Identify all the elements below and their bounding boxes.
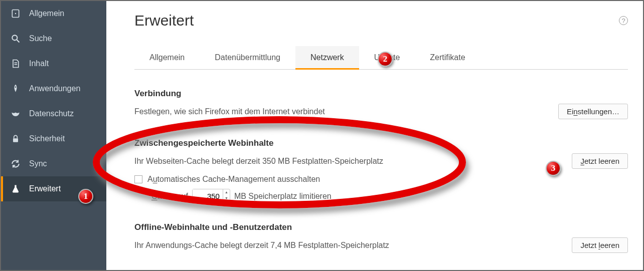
sidebar-item-label: Sync — [29, 159, 47, 168]
flask-icon — [10, 183, 21, 194]
search-icon — [10, 33, 21, 44]
sidebar-item-label: Erweitert — [29, 184, 61, 193]
document-icon — [10, 58, 21, 69]
svg-point-6 — [15, 86, 17, 88]
offline-desc: Ihr Anwendungs-Cache belegt derzeit 7,4 … — [134, 241, 389, 250]
cache-size-stepper[interactable]: ▲▼ — [192, 189, 230, 203]
sidebar-item-label: Allgemein — [29, 9, 64, 18]
tab-update[interactable]: Update — [359, 46, 415, 69]
page-title: Erweitert — [134, 12, 194, 29]
lock-icon — [10, 133, 21, 144]
sidebar-item-privacy[interactable]: Datenschutz — [1, 101, 106, 126]
sidebar-item-label: Datenschutz — [29, 109, 74, 118]
sidebar-item-apps[interactable]: Anwendungen — [1, 76, 106, 101]
mask-icon — [10, 108, 21, 119]
svg-point-2 — [12, 35, 17, 40]
cached-desc: Ihr Webseiten-Cache belegt derzeit 350 M… — [134, 157, 383, 166]
sidebar: Allgemein Suche Inhalt Anwendungen Daten… — [1, 1, 106, 270]
connection-title: Verbindung — [134, 89, 628, 99]
cached-content-section: Zwischengespeicherte Webinhalte Ihr Webs… — [134, 138, 628, 203]
main-panel: Erweitert ? Allgemein Datenübermittlung … — [106, 1, 643, 270]
help-icon[interactable]: ? — [619, 16, 628, 25]
sidebar-item-label: Inhalt — [29, 59, 49, 68]
spin-down-icon[interactable]: ▼ — [223, 195, 230, 201]
clear-offline-button[interactable]: Jetzt leeren — [572, 237, 628, 253]
sidebar-item-label: Sicherheit — [29, 134, 65, 143]
connection-section: Verbindung Festlegen, wie sich Firefox m… — [134, 89, 628, 119]
sidebar-item-label: Anwendungen — [29, 84, 80, 93]
general-icon — [10, 8, 21, 19]
cache-limit-prefix: Cache auf — [151, 192, 188, 201]
sidebar-item-security[interactable]: Sicherheit — [1, 126, 106, 151]
sidebar-item-advanced[interactable]: Erweitert — [1, 176, 106, 201]
override-cache-checkbox[interactable] — [134, 175, 142, 183]
spin-up-icon[interactable]: ▲ — [223, 189, 230, 195]
sidebar-item-sync[interactable]: Sync — [1, 151, 106, 176]
clear-cache-button[interactable]: Jetzt leeren — [572, 153, 628, 169]
rocket-icon — [10, 83, 21, 94]
sidebar-item-general[interactable]: Allgemein — [1, 1, 106, 26]
sidebar-item-label: Suche — [29, 34, 52, 43]
svg-rect-7 — [13, 138, 18, 142]
tab-data-submission[interactable]: Datenübermittlung — [200, 46, 295, 69]
connection-desc: Festlegen, wie sich Firefox mit dem Inte… — [134, 107, 325, 116]
connection-settings-button[interactable]: Einstellungen… — [558, 104, 628, 119]
svg-line-3 — [17, 40, 20, 43]
override-cache-label: Automatisches Cache-Management ausschalt… — [147, 175, 320, 184]
tab-certificates[interactable]: Zertifikate — [415, 46, 480, 69]
cached-title: Zwischengespeicherte Webinhalte — [134, 138, 628, 148]
cache-size-input[interactable] — [193, 189, 223, 203]
sidebar-item-content[interactable]: Inhalt — [1, 51, 106, 76]
offline-section: Offline-Webinhalte und -Benutzerdaten Ih… — [134, 222, 628, 253]
svg-point-1 — [15, 13, 17, 15]
sidebar-item-search[interactable]: Suche — [1, 26, 106, 51]
sync-icon — [10, 158, 21, 169]
cache-limit-suffix: MB Speicherplatz limitieren — [234, 192, 332, 201]
offline-title: Offline-Webinhalte und -Benutzerdaten — [134, 222, 628, 232]
tab-strip: Allgemein Datenübermittlung Netzwerk Upd… — [134, 46, 628, 70]
tab-network[interactable]: Netzwerk — [295, 46, 359, 69]
tab-general[interactable]: Allgemein — [134, 46, 200, 69]
